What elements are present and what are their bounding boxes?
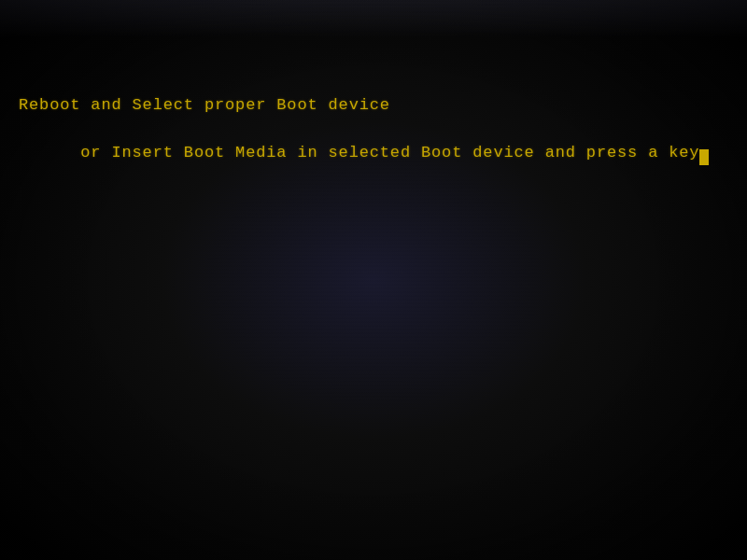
bios-message-container: Reboot and Select proper Boot device or … — [19, 93, 709, 189]
bios-line-2: or Insert Boot Media in selected Boot de… — [19, 118, 709, 189]
bios-screen: Reboot and Select proper Boot device or … — [0, 0, 747, 560]
bios-line-2-text: or Insert Boot Media in selected Boot de… — [80, 144, 699, 161]
bios-cursor — [699, 149, 709, 165]
bios-line-1: Reboot and Select proper Boot device — [19, 93, 709, 118]
screen-top-reflection — [0, 0, 747, 37]
